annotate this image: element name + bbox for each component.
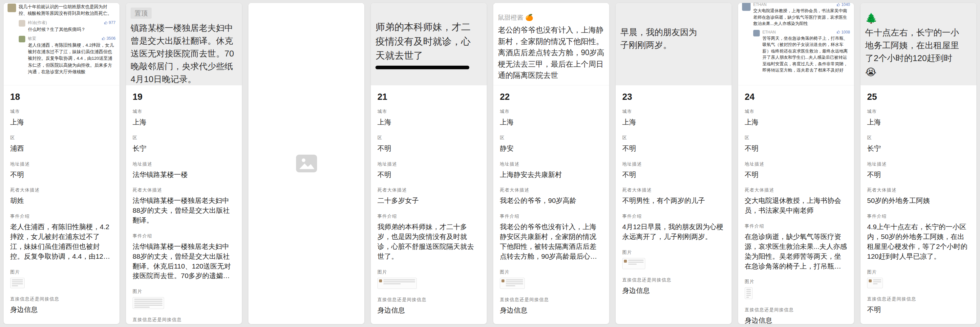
comment-body: 敏宴3506老人住浦西，有陈旧性脑梗，4.2摔跤，女儿被封在浦东过不了江，妹妹们…	[28, 36, 116, 75]
thumbnail-avatar	[869, 279, 872, 282]
field-deceased: 死者大体描述 我老公的爷爷，90岁高龄	[500, 187, 603, 206]
field-label-event: 事件介绍	[377, 214, 480, 219]
field-label-event: 事件介绍	[133, 233, 235, 239]
field-label-direct: 直接信息还是间接信息	[133, 317, 235, 323]
like-count: 1040	[841, 3, 850, 7]
thumbnail-text-line	[383, 281, 415, 282]
image-thumbnail[interactable]	[867, 278, 883, 288]
card-body: 19 城市 上海 区 长宁 地址描述 法华镇路某楼一楼 死者大体描述 法华镇路某…	[126, 85, 242, 324]
poster-name: 鼠甜橙酱 🍊	[498, 13, 605, 22]
image-thumbnail[interactable]	[10, 278, 25, 288]
field-value-district: 不明	[622, 144, 725, 153]
record-card[interactable]: 我几十年前就认识的一位胡姓朋友也是因为封控、核酸检测等原因没有得到及时救治而死亡…	[3, 3, 120, 324]
field-value-deceased: 交大电院退休教授，上海书协会员，书法家吴中南老师	[745, 196, 847, 215]
screenshot-text-line: 通的隔离医院去世	[498, 70, 605, 81]
record-card[interactable]: 师弟的本科师妹，才二疫情没有及时就诊，心天就去世了 21 城市 上海 区 不明 …	[371, 3, 487, 324]
field-label-event: 事件介绍	[867, 214, 970, 219]
field-address: 地址描述 法华镇路某楼一楼	[133, 161, 235, 180]
screenshot-text-line: 梗无法去三甲，最后在上个周日	[498, 59, 605, 70]
record-card[interactable]: 置顶镇路某楼一楼独居老夫妇中曾是交大出版社翻译。休克送医无对接医院而去世。70晚…	[126, 3, 242, 324]
screenshot-text-line: 师弟的本科师妹，才二	[375, 20, 482, 35]
field-label-district: 区	[745, 135, 847, 141]
record-card[interactable]: 20 城市 上海 区 不明 地址描述 上海某康复医院 死者大体描述 李昶生于19…	[248, 3, 364, 324]
field-label-city: 城市	[745, 108, 847, 115]
screenshot-text: 置顶镇路某楼一楼独居老夫妇中曾是交大出版社翻译。休克送医无对接医院而去世。70晚…	[126, 3, 242, 85]
thumbnail-avatar	[379, 279, 382, 282]
screenshot-text-line: 了2个小时的120赶到时	[865, 52, 972, 65]
thumbnail-text-line	[506, 281, 523, 282]
field-value-event: 法华镇路某楼一楼独居老夫妇中88岁的丈夫，曾经是交大出版社翻译。休克后110、1…	[133, 242, 235, 281]
card-body: 23 城市 上海 区 不明 地址描述 不明 死者大体描述 不明男性，有个两岁的儿…	[616, 85, 732, 324]
record-card[interactable]: 鼠甜橙酱 🍊老公的爷爷也没有计入，上海静新村，全家阴的情况下他阳性。离酒店后差点…	[493, 3, 609, 324]
field-label-city: 城市	[500, 108, 603, 115]
thumbnail-text-line	[506, 283, 523, 284]
commenter-avatar	[753, 30, 760, 37]
field-label-district: 区	[500, 135, 603, 141]
field-value-city: 上海	[500, 117, 603, 127]
field-value-direct: 身边信息	[500, 305, 603, 315]
field-image: 图片	[500, 269, 603, 289]
card-row: 我几十年前就认识的一位胡姓朋友也是因为封控、核酸检测等原因没有得到及时救治而死亡…	[0, 0, 980, 327]
screenshot-preview: 早晨，我的朋友因为子刚刚两岁。	[616, 3, 732, 85]
record-card[interactable]: ETHAN1040交大电院退休教授，上海书协会员，书法家吴中南老师在急诊病逝，缺…	[738, 3, 854, 324]
field-value-district: 不明	[377, 144, 480, 153]
field-direct: 直接信息还是间接信息 身边信息	[500, 297, 603, 315]
comment-body: ETHAN1008苦等两天，坐在急诊角落的椅子上，打吊瓶、吸氧气（被封控的子女设…	[762, 30, 850, 73]
field-direct: 直接信息还是间接信息 身边信息	[10, 296, 113, 314]
record-number: 21	[377, 92, 480, 102]
field-value-event: 4月12日早晨，我的朋友因为心梗永远离开了，儿子刚刚两岁。	[622, 222, 725, 242]
thumbnail-text-line	[873, 283, 878, 284]
image-thumbnail[interactable]	[133, 297, 164, 309]
field-label-district: 区	[377, 135, 480, 141]
image-thumbnail[interactable]	[500, 278, 525, 289]
field-value-district: 不明	[745, 144, 847, 153]
field-district: 区 浦西	[10, 135, 113, 153]
field-address: 地址描述 不明	[867, 161, 970, 180]
field-value-direct: 身边信息	[622, 286, 725, 295]
thumbnail-lines	[628, 260, 644, 266]
field-value-district: 浦西	[10, 144, 113, 153]
commenter-avatar	[19, 36, 25, 42]
field-image: 图片	[622, 249, 725, 269]
image-thumbnail[interactable]	[377, 278, 417, 289]
field-image: 图片	[745, 279, 847, 299]
field-label-image: 图片	[500, 269, 603, 275]
image-thumbnail[interactable]	[745, 287, 752, 299]
field-value-district: 长宁	[867, 144, 970, 153]
card-body: 22 城市 上海 区 静安 地址描述 上海静安去共康新村 死者大体描述 我老公的…	[493, 85, 609, 324]
field-event: 事件介绍 在急诊病逝，缺少氧气等医疗资源，哀求医生救治未果...夫人亦感染为阳性…	[745, 223, 847, 271]
screenshot-preview	[248, 3, 364, 324]
screenshot-preview: 置顶镇路某楼一楼独居老夫妇中曾是交大出版社翻译。休克送医无对接医院而去世。70晚…	[126, 3, 242, 85]
thumbnail-text-line	[383, 279, 415, 281]
like-badge: 1008	[837, 30, 850, 35]
image-thumbnail[interactable]	[622, 258, 645, 269]
field-label-direct: 直接信息还是间接信息	[377, 297, 480, 303]
field-city: 城市 上海	[622, 108, 725, 127]
commenter-name: ETHAN	[753, 3, 767, 7]
field-district: 区 不明	[377, 135, 480, 153]
record-number: 24	[745, 92, 847, 102]
field-label-image: 图片	[867, 269, 970, 275]
screenshot-text-line: 晚敲邻居门，央求代少些纸	[130, 60, 237, 73]
field-value-district: 长宁	[133, 144, 235, 153]
like-badge: 977	[104, 20, 116, 25]
thumbnail-text-line	[134, 299, 162, 300]
screenshot-text-line: 镇路某楼一楼独居老夫妇中	[130, 22, 237, 35]
field-value-direct: 身边信息	[377, 305, 480, 315]
record-number: 18	[10, 92, 113, 102]
field-label-direct: 直接信息还是间接信息	[500, 297, 603, 303]
field-value-event: 4.9上午十点左右，长宁的一小区内，50岁的外地务工阿姨，在出租屋里心梗发作，等…	[867, 222, 970, 261]
field-label-image: 图片	[10, 269, 113, 275]
screenshot-text-line: 疫情没有及时就诊，心	[375, 35, 482, 49]
record-card[interactable]: 🌲午十点左右，长宁的一小地务工阿姨，在出租屋里了2个小时的120赶到时😭 25 …	[860, 3, 977, 324]
commenter-avatar	[742, 3, 751, 11]
field-label-deceased: 死者大体描述	[133, 187, 235, 193]
thumbnail-lines	[383, 279, 415, 285]
like-icon	[102, 37, 105, 40]
field-value-deceased: 二十多岁女子	[377, 196, 480, 206]
image-placeholder-icon	[296, 155, 317, 172]
field-address: 地址描述 上海静安去共康新村	[500, 161, 603, 180]
record-card[interactable]: 早晨，我的朋友因为子刚刚两岁。 23 城市 上海 区 不明 地址描述 不明 死者…	[616, 3, 732, 324]
field-deceased: 死者大体描述 胡姓	[10, 187, 113, 206]
field-label-direct: 直接信息还是间接信息	[10, 296, 113, 302]
